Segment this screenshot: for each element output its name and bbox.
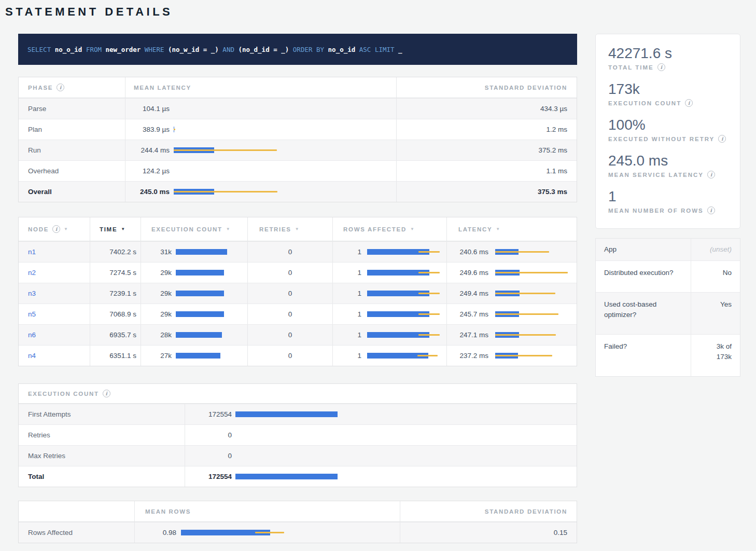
execution-count-table: EXECUTION COUNT i First Attempts 172554 …	[18, 383, 577, 487]
execution-count-value: 31k	[148, 248, 172, 256]
rows-affected-bar	[367, 290, 440, 298]
node-link[interactable]: n3	[28, 290, 36, 297]
node-link[interactable]: n4	[28, 352, 36, 360]
mean-latency-value: 104.1 µs	[134, 105, 170, 113]
latency-bar	[174, 167, 293, 175]
rows-affected-column-header[interactable]: ROWS AFFECTED ▼	[332, 217, 446, 241]
sort-arrow-icon: ▼	[121, 227, 125, 231]
execution-count-cell: 29k	[141, 304, 247, 324]
latency-bar	[495, 331, 573, 339]
latency-bar	[174, 188, 293, 196]
table-row: n2 7274.5 s 29k 0 1 249.6 ms	[19, 262, 577, 283]
execution-count-bar	[176, 352, 233, 360]
attribute-label: App	[596, 239, 691, 260]
attribute-row-cost-based-optimizer: Used cost-based optimizer? Yes	[596, 292, 740, 334]
phase-name: Overhead	[19, 161, 125, 181]
sort-arrow-icon: ▼	[64, 227, 68, 231]
info-icon[interactable]: i	[103, 390, 110, 397]
time-header-label: TIME	[100, 226, 117, 232]
time-value: 6935.7 s	[90, 325, 141, 345]
retries-column-header[interactable]: RETRIES ▼	[247, 217, 332, 241]
info-icon[interactable]: i	[52, 225, 60, 233]
node-link[interactable]: n5	[28, 310, 36, 318]
sidebar: 42271.6 s TOTAL TIME i 173k EXECUTION CO…	[595, 34, 740, 543]
latency-cell: 249.4 ms	[446, 283, 578, 304]
stat-label: MEAN NUMBER OF ROWS i	[608, 206, 727, 214]
phase-name: Parse	[19, 99, 125, 119]
row-label: Total	[19, 466, 185, 487]
rows-affected-cell: 1	[332, 304, 446, 324]
execution-count-cell: 29k	[141, 283, 247, 304]
rows-affected-bar	[367, 310, 440, 319]
table-row: Retries 0	[19, 424, 577, 445]
info-icon[interactable]: i	[657, 63, 665, 71]
latency-cell: 245.7 ms	[446, 304, 578, 324]
rows-affected-bar	[367, 269, 440, 277]
std-dev-value: 434.3 µs	[396, 99, 578, 119]
info-icon[interactable]: i	[718, 135, 726, 143]
table-row: Plan 383.9 µs 1.2 ms	[19, 119, 577, 140]
table-row: Overhead 124.2 µs 1.1 ms	[19, 160, 577, 181]
time-column-header[interactable]: TIME ▼	[90, 217, 141, 241]
content: SELECT no_o_id FROM new_order WHERE (no_…	[0, 34, 756, 543]
mean-latency-value: 245.0 ms	[134, 188, 170, 196]
latency-value: 249.4 ms	[455, 290, 488, 297]
node-link[interactable]: n1	[28, 248, 36, 256]
stat-value: 100%	[608, 117, 727, 133]
statement-attributes-card: App (unset) Distributed execution? No Us…	[595, 238, 740, 377]
mean-latency-cell: 124.2 µs	[125, 161, 396, 181]
stat-label: MEAN SERVICE LATENCY i	[608, 171, 727, 178]
std-dev-value: 1.1 ms	[396, 161, 578, 181]
row-label: Max Retries	[19, 446, 185, 466]
mean-rows-cell: 0.98	[134, 522, 400, 543]
sort-arrow-icon: ▼	[226, 227, 230, 231]
node-column-header[interactable]: NODE i ▼	[19, 217, 90, 241]
retries-value: 0	[247, 263, 332, 283]
latency-cell: 237.2 ms	[446, 346, 578, 366]
count-cell: 0	[185, 446, 578, 466]
table-row: First Attempts 172554	[19, 404, 577, 424]
execution-count-bar	[176, 290, 233, 298]
rows-affected-header-row: MEAN ROWS STANDARD DEVIATION	[19, 501, 577, 522]
stat-value: 42271.6 s	[608, 45, 727, 62]
info-icon[interactable]: i	[707, 206, 715, 214]
mean-latency-value: 383.9 µs	[134, 126, 170, 133]
execution-count-bar	[176, 248, 233, 256]
attribute-value: (unset)	[691, 239, 740, 260]
node-link[interactable]: n6	[28, 331, 36, 339]
rows-affected-value: 1	[341, 310, 361, 318]
time-value: 7274.5 s	[90, 263, 141, 283]
latency-bar	[495, 269, 573, 277]
time-value: 7402.2 s	[90, 242, 141, 262]
retries-header-label: RETRIES	[259, 226, 291, 232]
retries-value: 0	[247, 283, 332, 304]
table-row-total: Total 172554	[19, 466, 577, 487]
info-icon[interactable]: i	[707, 171, 715, 178]
latency-column-header[interactable]: LATENCY ▼	[446, 217, 578, 241]
rows-affected-cell: 1	[332, 346, 446, 366]
std-dev-value: 375.3 ms	[396, 182, 578, 202]
attribute-value: No	[691, 261, 740, 292]
info-icon[interactable]: i	[57, 84, 64, 91]
stat-label: TOTAL TIME i	[608, 63, 727, 71]
sort-arrow-icon: ▼	[410, 227, 414, 231]
table-row: Rows Affected 0.98 0.15	[19, 522, 577, 543]
std-dev-value: 0.15	[400, 522, 578, 543]
execution-count-cell: 31k	[141, 242, 247, 262]
count-value: 172554	[188, 473, 232, 480]
attribute-row-failed: Failed? 3k of 173k	[596, 334, 740, 376]
execution-count-header-label: EXECUTION COUNT	[151, 226, 222, 232]
latency-bar	[495, 310, 573, 319]
rows-affected-value: 1	[341, 248, 361, 256]
retries-value: 0	[247, 304, 332, 324]
rows-affected-cell: 1	[332, 283, 446, 304]
info-icon[interactable]: i	[685, 99, 693, 107]
rows-affected-value: 1	[341, 290, 361, 297]
summary-stats-card: 42271.6 s TOTAL TIME i 173k EXECUTION CO…	[595, 34, 740, 229]
time-value: 6351.1 s	[90, 346, 141, 366]
execution-count-bar	[176, 331, 233, 339]
latency-cell: 247.1 ms	[446, 325, 578, 345]
phase-header-label: PHASE	[28, 85, 53, 91]
node-link[interactable]: n2	[28, 269, 36, 277]
execution-count-column-header[interactable]: EXECUTION COUNT ▼	[141, 217, 247, 241]
